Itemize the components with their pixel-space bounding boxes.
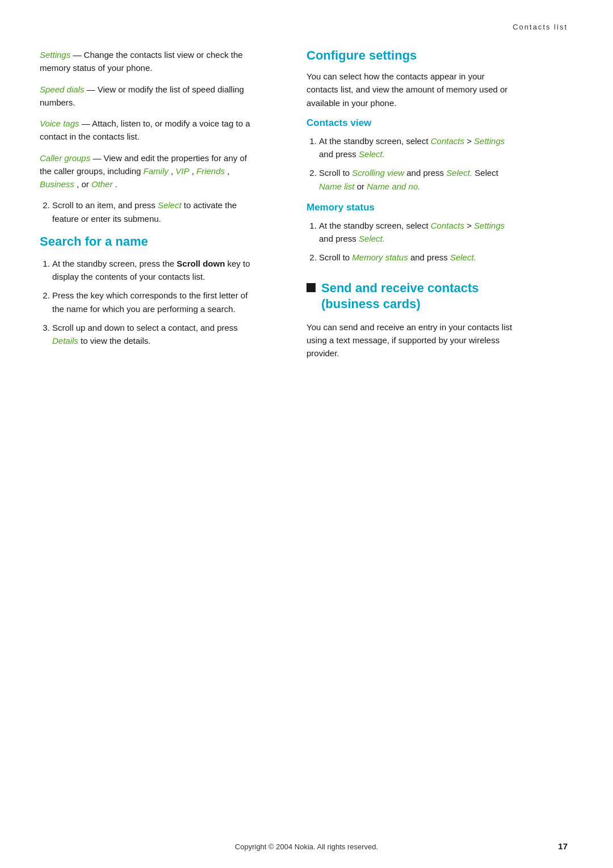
left-column: Settings — Change the contacts list view… (0, 48, 278, 368)
header-title: Contacts list (513, 23, 568, 31)
term-voice-tags: Voice tags (40, 119, 79, 128)
square-bullet-icon (306, 283, 316, 292)
contacts-view-heading: Contacts view (306, 117, 517, 129)
memory-step-2: Scroll to Memory status and press Select… (319, 251, 517, 264)
intro-step-2: Scroll to an item, and press Select to a… (52, 199, 255, 225)
term-settings: Settings (40, 50, 70, 60)
contacts-term-ms1: Contacts (431, 221, 464, 230)
right-column: Configure settings You can select how th… (278, 48, 556, 368)
intro-item-speed-dials: Speed dials — View or modify the list of… (40, 83, 255, 109)
search-steps-list: At the standby screen, press the Scroll … (40, 257, 255, 348)
intro-steps: Scroll to an item, and press Select to a… (40, 199, 255, 225)
select-term: Select (158, 200, 182, 210)
intro-item-caller-groups: Caller groups — View and edit the proper… (40, 151, 255, 191)
term-other: Other (91, 179, 113, 189)
copyright-text: Copyright © 2004 Nokia. All rights reser… (235, 842, 378, 851)
memory-status-term: Memory status (352, 252, 408, 262)
contacts-term-1: Contacts (431, 136, 464, 146)
term-caller-groups: Caller groups (40, 153, 90, 163)
page: Contacts list Settings — Change the cont… (0, 0, 613, 868)
memory-status-steps: At the standby screen, select Contacts >… (306, 219, 517, 264)
select-term-ms1: Select. (359, 234, 385, 243)
name-list-term: Name list (319, 182, 355, 191)
search-step-2: Press the key which corresponds to the f… (52, 289, 255, 315)
send-receive-section-header: Send and receive contacts (business card… (306, 280, 517, 313)
content-area: Settings — Change the contacts list view… (0, 48, 613, 368)
details-term: Details (52, 336, 78, 345)
select-term-cv2: Select. (446, 168, 472, 178)
contacts-view-step-2: Scroll to Scrolling view and press Selec… (319, 166, 517, 193)
term-family: Family (144, 166, 169, 176)
scrolling-view-term: Scrolling view (352, 168, 404, 178)
configure-intro: You can select how the contacts appear i… (306, 70, 517, 109)
settings-term-ms1: Settings (474, 221, 505, 230)
page-footer: Copyright © 2004 Nokia. All rights reser… (0, 842, 613, 851)
select-term-cv1: Select. (359, 149, 385, 159)
send-receive-body: You can send and receive an entry in you… (306, 321, 517, 360)
settings-term-1: Settings (474, 136, 505, 146)
contacts-view-steps: At the standby screen, select Contacts >… (306, 134, 517, 193)
search-step-3: Scroll up and down to select a contact, … (52, 321, 255, 348)
memory-status-heading: Memory status (306, 202, 517, 213)
search-step-1: At the standby screen, press the Scroll … (52, 257, 255, 284)
term-vip: VIP (175, 166, 189, 176)
term-friends: Friends (196, 166, 225, 176)
name-and-no-term: Name and no. (367, 182, 420, 191)
contacts-view-step-1: At the standby screen, select Contacts >… (319, 134, 517, 161)
configure-heading: Configure settings (306, 48, 517, 63)
memory-step-1: At the standby screen, select Contacts >… (319, 219, 517, 246)
term-business: Business (40, 179, 74, 189)
scroll-down-term: Scroll down (177, 259, 225, 268)
page-number: 17 (558, 841, 568, 851)
search-section: Search for a name At the standby screen,… (40, 234, 255, 348)
select-term-ms2: Select. (450, 252, 476, 262)
intro-item-settings: Settings — Change the contacts list view… (40, 48, 255, 75)
intro-item-voice-tags: Voice tags — Attach, listen to, or modif… (40, 117, 255, 144)
send-receive-heading: Send and receive contacts (business card… (321, 280, 517, 313)
intro-block: Settings — Change the contacts list view… (40, 48, 255, 191)
term-speed-dials: Speed dials (40, 85, 84, 94)
search-heading: Search for a name (40, 234, 255, 249)
page-header: Contacts list (0, 23, 613, 31)
